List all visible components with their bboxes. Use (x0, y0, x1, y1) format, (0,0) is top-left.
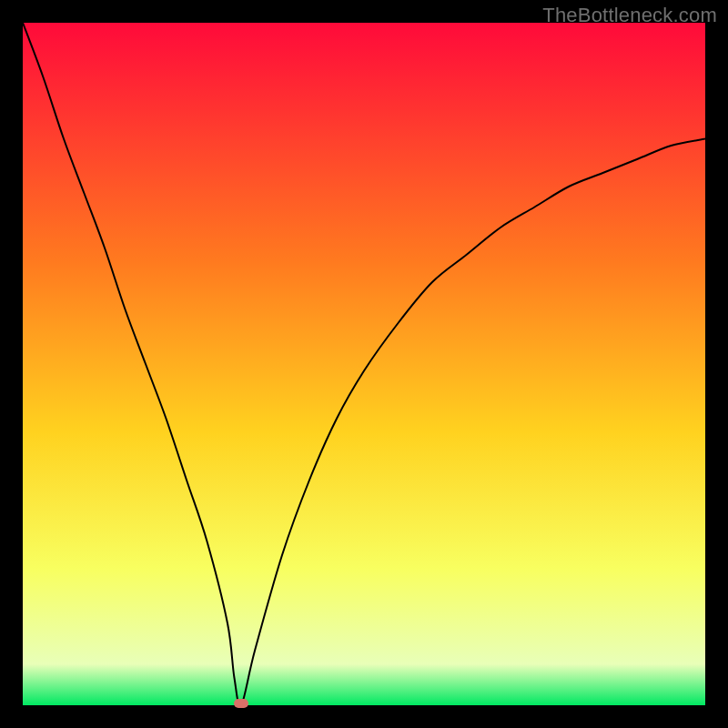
gradient-background (23, 23, 705, 705)
watermark-text: TheBottleneck.com (542, 4, 717, 27)
chart-svg (23, 23, 705, 705)
plot-area (23, 23, 705, 705)
chart-frame: TheBottleneck.com (0, 0, 728, 728)
optimal-marker (234, 699, 248, 708)
